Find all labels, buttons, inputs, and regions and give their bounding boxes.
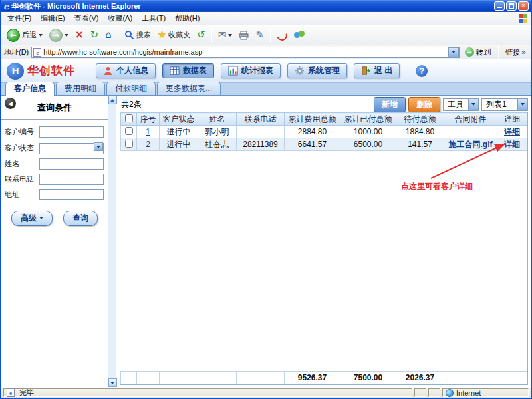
chevron-down-icon <box>39 217 43 219</box>
print-button[interactable] <box>236 29 251 41</box>
cell-due-total: 141.57 <box>396 138 444 151</box>
realplayer-button[interactable] <box>274 29 290 42</box>
seq-link[interactable]: 1 <box>146 127 150 136</box>
search-button[interactable]: 搜索 <box>122 29 154 41</box>
seq-link[interactable]: 2 <box>146 140 150 149</box>
cell-paid-total: 6500.00 <box>340 138 396 151</box>
messenger-icon <box>294 30 306 41</box>
close-button[interactable]: × <box>518 1 529 11</box>
customer-status-label: 客户状态 <box>5 143 39 153</box>
go-button[interactable]: → 转到 <box>462 47 493 58</box>
help-button[interactable]: ? <box>416 65 428 77</box>
cell-attachment <box>444 126 497 138</box>
tab-fee-detail[interactable]: 费用明细 <box>56 82 105 95</box>
tab-customer-info[interactable]: 客户信息 <box>5 82 55 96</box>
name-input[interactable] <box>39 158 104 170</box>
customer-table-frame: 序号 客户状态 姓名 联系电话 累计费用总额 累计已付总额 待付总额 合同附件 … <box>120 112 528 385</box>
tools-dropdown[interactable]: 工具 <box>443 98 479 111</box>
scroll-up-button[interactable] <box>108 96 117 104</box>
nav-exit[interactable]: 退 出 <box>354 63 400 78</box>
cell-status: 进行中 <box>160 138 198 151</box>
attachment-link[interactable]: 施工合同.gif <box>449 140 493 149</box>
nav-personal-info[interactable]: 个人信息 <box>96 63 156 78</box>
favorites-label: 收藏夹 <box>168 30 190 40</box>
window-title: 华创软件 - Microsoft Internet Explorer <box>11 1 491 11</box>
chevron-down-icon[interactable] <box>94 142 103 151</box>
menu-favorites[interactable]: 收藏(A) <box>103 12 137 25</box>
query-label: 查询 <box>72 213 88 224</box>
menu-view[interactable]: 查看(V) <box>70 12 104 25</box>
address-label: 地址(D) <box>4 47 29 57</box>
customer-id-label: 客户编号 <box>5 127 39 137</box>
chevron-down-icon <box>468 99 478 110</box>
delete-button[interactable]: 删除 <box>408 97 440 112</box>
col-status: 客户状态 <box>160 113 198 126</box>
select-all-checkbox[interactable] <box>125 114 133 122</box>
table-row: 2 进行中 桂奋志 28211389 6641.57 6500.00 141.5… <box>121 138 527 151</box>
nav-data-tables[interactable]: 数据表 <box>162 63 214 78</box>
query-sidebar: ◀ 查询条件 客户编号 客户状态 <box>1 96 108 387</box>
col-due-total: 待付总额 <box>396 113 444 126</box>
gear-icon <box>295 66 305 76</box>
edit-pencil-icon: ✎ <box>255 30 264 40</box>
address-field-input[interactable] <box>39 189 104 200</box>
cell-phone <box>237 126 285 138</box>
scroll-down-button[interactable] <box>108 378 117 387</box>
empty-space <box>121 151 527 372</box>
content-area: ◀ 查询条件 客户编号 客户状态 <box>1 96 531 387</box>
menu-bar: 文件(F) 编辑(E) 查看(V) 收藏(A) 工具(T) 帮助(H) <box>1 12 531 25</box>
address-dropdown-button[interactable] <box>448 47 459 57</box>
sidebar-scrollbar[interactable] <box>108 96 116 387</box>
realplayer-icon <box>275 28 289 42</box>
phone-input[interactable] <box>39 174 104 185</box>
stop-button[interactable]: × <box>72 29 86 41</box>
toolbar-separator <box>270 28 271 43</box>
table-header-row: 序号 客户状态 姓名 联系电话 累计费用总额 累计已付总额 待付总额 合同附件 … <box>121 113 527 126</box>
forward-button[interactable]: → <box>47 27 71 43</box>
back-button[interactable]: ← 后退 <box>4 27 45 43</box>
advanced-button[interactable]: 高级 <box>11 211 53 226</box>
maximize-button[interactable] <box>506 1 517 11</box>
customer-status-select[interactable] <box>39 142 104 154</box>
menu-file[interactable]: 文件(F) <box>3 12 36 25</box>
customer-id-input[interactable] <box>39 126 104 138</box>
home-icon: ⌂ <box>105 30 112 40</box>
detail-link[interactable]: 详细 <box>504 140 520 149</box>
address-input[interactable] <box>43 48 448 56</box>
tab-payment-detail[interactable]: 付款明细 <box>106 82 156 95</box>
menu-help[interactable]: 帮助(H) <box>170 12 204 25</box>
nav-system-management[interactable]: 系统管理 <box>287 63 347 78</box>
toolbar-separator <box>211 28 212 43</box>
refresh-button[interactable]: ↻ <box>88 29 102 41</box>
col-fee-total: 累计费用总额 <box>285 113 340 126</box>
favorites-button[interactable]: ★ 收藏夹 <box>155 29 193 41</box>
row-checkbox[interactable] <box>125 140 133 148</box>
logo-icon: H <box>7 63 24 80</box>
tab-more-tables[interactable]: 更多数据表... <box>157 82 221 95</box>
detail-link[interactable]: 详细 <box>504 127 520 136</box>
mail-button[interactable]: ✉ <box>215 29 235 41</box>
list-view-dropdown[interactable]: 列表1 <box>481 98 528 111</box>
person-icon <box>103 66 113 76</box>
history-icon: ↺ <box>197 30 205 40</box>
menu-edit[interactable]: 编辑(E) <box>36 12 70 25</box>
customer-list-panel: 共2条 新增 删除 工具 列表1 <box>116 96 531 387</box>
query-button[interactable]: 查询 <box>63 211 98 226</box>
edit-button[interactable]: ✎ <box>253 29 267 41</box>
history-button[interactable]: ↺ <box>194 29 208 41</box>
row-checkbox[interactable] <box>125 127 133 135</box>
back-label: 后退 <box>22 30 37 40</box>
nav-statistics[interactable]: 统计报表 <box>221 63 281 78</box>
minimize-button[interactable] <box>494 1 505 11</box>
cell-fee-total: 2884.80 <box>285 126 340 138</box>
list-view-label: 列表1 <box>482 99 517 110</box>
add-button[interactable]: 新增 <box>374 97 406 112</box>
links-button[interactable]: 链接 » <box>503 47 528 57</box>
home-button[interactable]: ⌂ <box>102 29 114 41</box>
collapse-sidebar-button[interactable]: ◀ <box>5 98 16 109</box>
col-seq: 序号 <box>137 113 160 126</box>
messenger-button[interactable] <box>291 29 309 42</box>
app-header: H 华创软件 个人信息 数据表 <box>1 59 531 83</box>
menu-tools[interactable]: 工具(T) <box>137 12 170 25</box>
links-label: 链接 <box>505 47 520 57</box>
